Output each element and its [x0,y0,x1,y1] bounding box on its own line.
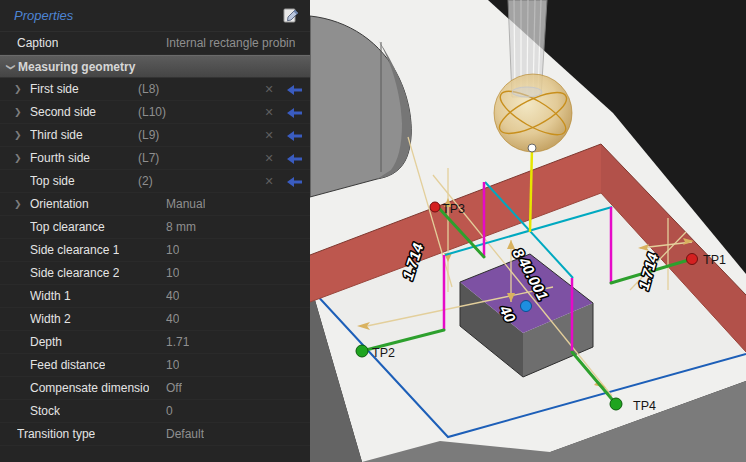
property-value[interactable]: 10 [166,266,179,280]
property-value[interactable]: (L8) [138,82,159,96]
touch-point-tp4[interactable] [610,398,622,410]
touch-point-tp3[interactable] [430,202,440,212]
link-arrow-icon[interactable] [287,131,302,141]
property-label: Side clearance 2 [30,266,119,280]
property-row-fourth-side[interactable]: ❯Fourth side(L7)✕ [0,147,310,170]
property-row-stock[interactable]: Stock0 [0,400,310,423]
center-point[interactable] [521,301,532,312]
property-value[interactable]: Manual [166,197,205,211]
link-arrow-icon[interactable] [287,108,302,118]
property-label: Fourth side [30,151,90,165]
property-row-feed-distance[interactable]: Feed distance10 [0,354,310,377]
chevron-right-icon[interactable]: ❯ [14,130,30,140]
property-label: Second side [30,105,96,119]
link-arrow-icon[interactable] [287,177,302,187]
property-label: Stock [30,404,60,418]
property-label: Feed distance [30,358,105,372]
property-value[interactable]: 10 [166,243,179,257]
label-tp1: TP1 [703,253,726,267]
property-row-first-side[interactable]: ❯First side(L8)✕ [0,78,310,101]
property-row-orientation[interactable]: ❯OrientationManual [0,193,310,216]
label-tp4: TP4 [633,399,656,413]
probe-sphere [494,74,572,152]
edit-icon[interactable] [282,6,300,24]
property-label: Top side [30,174,75,188]
probe-tip-point [528,144,536,152]
property-row-caption[interactable]: CaptionInternal rectangle probin [0,32,310,55]
chevron-down-icon[interactable]: ❯ [6,60,16,74]
property-row-width-1[interactable]: Width 140 [0,285,310,308]
label-tp3: TP3 [442,202,465,216]
remove-icon[interactable]: ✕ [262,83,276,96]
property-row-compensate-dimensio[interactable]: Compensate dimensioOff [0,377,310,400]
touch-point-tp2[interactable] [356,345,368,357]
property-row-top-clearance[interactable]: Top clearance8 mm [0,216,310,239]
remove-icon[interactable]: ✕ [262,129,276,142]
panel-title: Properties [14,8,73,23]
property-label: Top clearance [30,220,105,234]
property-value[interactable]: 0 [166,404,173,418]
remove-icon[interactable]: ✕ [262,152,276,165]
property-value[interactable]: (L10) [138,105,166,119]
properties-header: Properties [0,0,310,32]
chevron-right-icon[interactable]: ❯ [14,199,30,209]
property-row-width-2[interactable]: Width 240 [0,308,310,331]
property-value[interactable]: (L9) [138,128,159,142]
property-row-third-side[interactable]: ❯Third side(L9)✕ [0,124,310,147]
property-row-side-clearance-1[interactable]: Side clearance 110 [0,239,310,262]
property-label: Depth [30,335,62,349]
touch-point-tp1[interactable] [687,254,698,265]
property-row-side-clearance-2[interactable]: Side clearance 210 [0,262,310,285]
section-label: Measuring geometry [18,60,135,74]
property-row-transition-type[interactable]: Transition typeDefault [0,423,310,446]
chevron-right-icon[interactable]: ❯ [14,84,30,94]
property-value[interactable]: Internal rectangle probin [166,36,295,50]
property-label: Width 2 [30,312,71,326]
property-label: Side clearance 1 [30,243,119,257]
viewport-3d[interactable]: 1.714 1.714 8 40.001 40 TP3 TP1 TP2 TP4 [310,0,746,462]
property-label: Width 1 [30,289,71,303]
property-value[interactable]: (2) [138,174,153,188]
property-value[interactable]: 10 [166,358,179,372]
link-arrow-icon[interactable] [287,154,302,164]
property-value[interactable]: Default [166,427,204,441]
link-arrow-icon[interactable] [287,85,302,95]
properties-rows: CaptionInternal rectangle probin❯Measuri… [0,32,310,446]
property-value[interactable]: Off [166,381,182,395]
property-label: First side [30,82,79,96]
property-label: Transition type [17,427,95,441]
property-value[interactable]: 1.71 [166,335,189,349]
property-row-depth[interactable]: Depth1.71 [0,331,310,354]
remove-icon[interactable]: ✕ [262,175,276,188]
property-value[interactable]: 40 [166,289,179,303]
property-label: Third side [30,128,83,142]
label-tp2: TP2 [372,346,395,360]
property-value[interactable]: (L7) [138,151,159,165]
property-label: Orientation [30,197,89,211]
property-row-second-side[interactable]: ❯Second side(L10)✕ [0,101,310,124]
properties-panel: Properties CaptionInternal rectangle pro… [0,0,310,462]
property-label: Compensate dimensio [30,381,149,395]
property-label: Caption [17,36,58,50]
property-value[interactable]: 40 [166,312,179,326]
property-row-measuring-geometry[interactable]: ❯Measuring geometry [0,55,310,78]
property-row-top-side[interactable]: Top side(2)✕ [0,170,310,193]
remove-icon[interactable]: ✕ [262,106,276,119]
property-value[interactable]: 8 mm [166,220,196,234]
chevron-right-icon[interactable]: ❯ [14,153,30,163]
chevron-right-icon[interactable]: ❯ [14,107,30,117]
cam-probing-window: Properties CaptionInternal rectangle pro… [0,0,746,462]
